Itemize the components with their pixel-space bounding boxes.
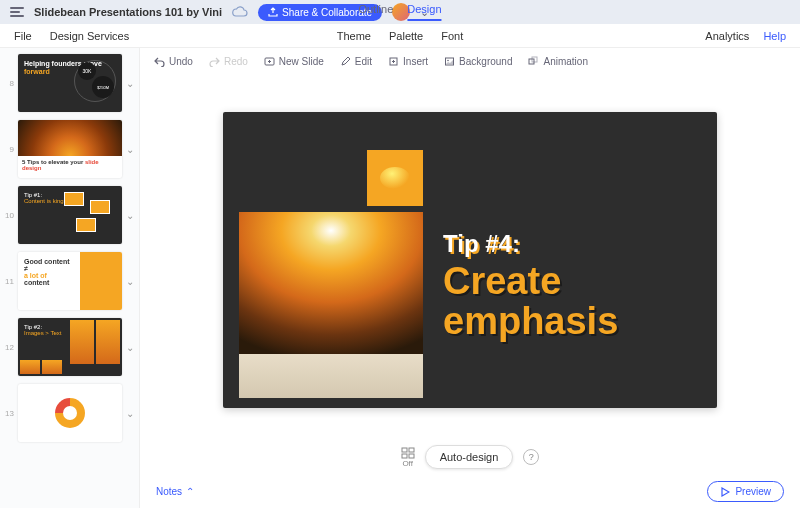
menu-icon[interactable] bbox=[10, 7, 24, 17]
editor-toolbar: Undo Redo New Slide Edit Insert Backgrou… bbox=[140, 48, 800, 75]
notes-toggle[interactable]: Notes⌃ bbox=[156, 486, 194, 497]
slide-image-tunnel[interactable] bbox=[239, 212, 423, 398]
menu-help[interactable]: Help bbox=[763, 30, 786, 42]
thumbnail-row[interactable]: 8 Helping founders move forward 30K $250… bbox=[4, 54, 135, 112]
help-icon[interactable]: ? bbox=[523, 449, 539, 465]
svg-rect-9 bbox=[409, 454, 414, 458]
cloud-sync-icon[interactable] bbox=[232, 6, 248, 18]
slide-heading: Tip #4: bbox=[443, 230, 618, 258]
slide-number: 12 bbox=[4, 343, 14, 352]
grid-toggle[interactable]: Off bbox=[401, 447, 415, 468]
slide-thumbnails[interactable]: 8 Helping founders move forward 30K $250… bbox=[0, 48, 140, 508]
share-icon bbox=[268, 7, 278, 17]
thumbnail-slide-10[interactable]: Tip #1:Content is king bbox=[18, 186, 122, 244]
background-button[interactable]: Background bbox=[444, 56, 512, 67]
slide-stage: Tip #4: Createemphasis bbox=[140, 75, 800, 439]
chevron-down-icon[interactable]: ⌄ bbox=[126, 210, 134, 221]
thumbnail-row[interactable]: 9 5 Tips to elevate your slide design ⌄ bbox=[4, 120, 135, 178]
menu-theme[interactable]: Theme bbox=[337, 30, 371, 42]
current-slide[interactable]: Tip #4: Createemphasis bbox=[223, 112, 717, 408]
menu-analytics[interactable]: Analytics bbox=[705, 30, 749, 42]
menu-design-services[interactable]: Design Services bbox=[50, 30, 129, 42]
thumbnail-row[interactable]: 13 ⌄ bbox=[4, 384, 135, 442]
grid-icon bbox=[401, 447, 415, 459]
chevron-down-icon[interactable]: ⌄ bbox=[126, 342, 134, 353]
slide-number: 9 bbox=[4, 145, 14, 154]
document-title: Slidebean Presentations 101 by Vini bbox=[34, 6, 222, 18]
svg-point-3 bbox=[447, 60, 449, 62]
slide-controls: Off Auto-design ? bbox=[140, 439, 800, 475]
chevron-up-icon: ⌃ bbox=[186, 486, 194, 497]
preview-button[interactable]: Preview bbox=[707, 481, 784, 502]
thumbnail-slide-12[interactable]: Tip #2:Images > Text bbox=[18, 318, 122, 376]
slide-image-lemon[interactable] bbox=[367, 150, 423, 206]
tab-outline[interactable]: Outline bbox=[358, 3, 393, 21]
slide-number: 11 bbox=[4, 277, 14, 286]
play-icon bbox=[720, 487, 730, 497]
chevron-down-icon[interactable]: ⌄ bbox=[126, 144, 134, 155]
menu-palette[interactable]: Palette bbox=[389, 30, 423, 42]
thumbnail-slide-11[interactable]: Good content ≠a lot ofcontent bbox=[18, 252, 122, 310]
thumbnail-slide-8[interactable]: Helping founders move forward 30K $250M bbox=[18, 54, 122, 112]
thumbnail-slide-9[interactable]: 5 Tips to elevate your slide design bbox=[18, 120, 122, 178]
thumbnail-row[interactable]: 11 Good content ≠a lot ofcontent ⌄ bbox=[4, 252, 135, 310]
chevron-down-icon[interactable]: ⌄ bbox=[126, 276, 134, 287]
thumbnail-row[interactable]: 12 Tip #2:Images > Text ⌄ bbox=[4, 318, 135, 376]
undo-button[interactable]: Undo bbox=[154, 56, 193, 67]
menu-font[interactable]: Font bbox=[441, 30, 463, 42]
view-tabs: Outline Design bbox=[358, 3, 441, 21]
new-slide-button[interactable]: New Slide bbox=[264, 56, 324, 67]
thumbnail-row[interactable]: 10 Tip #1:Content is king ⌄ bbox=[4, 186, 135, 244]
slide-text[interactable]: Tip #4: Createemphasis bbox=[443, 230, 618, 342]
insert-button[interactable]: Insert bbox=[388, 56, 428, 67]
auto-design-button[interactable]: Auto-design bbox=[425, 445, 514, 469]
slide-number: 8 bbox=[4, 79, 14, 88]
tab-design[interactable]: Design bbox=[407, 3, 441, 21]
menu-bar: File Design Services Theme Palette Font … bbox=[0, 24, 800, 48]
edit-button[interactable]: Edit bbox=[340, 56, 372, 67]
slide-number: 10 bbox=[4, 211, 14, 220]
svg-rect-6 bbox=[402, 448, 407, 452]
chevron-down-icon[interactable]: ⌄ bbox=[126, 408, 134, 419]
editor-footer: Notes⌃ Preview bbox=[140, 475, 800, 508]
menu-file[interactable]: File bbox=[14, 30, 32, 42]
svg-rect-8 bbox=[402, 454, 407, 458]
slide-number: 13 bbox=[4, 409, 14, 418]
thumbnail-slide-13[interactable] bbox=[18, 384, 122, 442]
chevron-down-icon[interactable]: ⌄ bbox=[126, 78, 134, 89]
editor-area: Undo Redo New Slide Edit Insert Backgrou… bbox=[140, 48, 800, 508]
animation-button[interactable]: Animation bbox=[528, 56, 587, 67]
title-bar: Slidebean Presentations 101 by Vini Outl… bbox=[0, 0, 800, 24]
svg-rect-7 bbox=[409, 448, 414, 452]
redo-button[interactable]: Redo bbox=[209, 56, 248, 67]
